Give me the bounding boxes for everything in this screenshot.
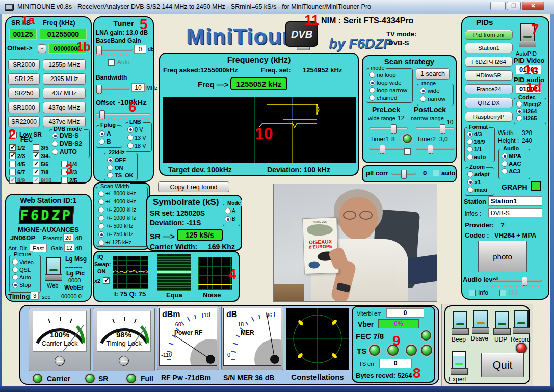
zoom-adapt-radio[interactable] — [467, 171, 473, 177]
picture-stop-radio[interactable] — [12, 282, 18, 288]
bandwidth-field[interactable]: 10 — [131, 83, 145, 92]
fec-checkbox[interactable] — [9, 169, 16, 175]
timing-field[interactable]: 3 — [31, 292, 39, 300]
baseband-gain-field[interactable]: 0 — [134, 45, 146, 54]
scanwidth-4000-radio[interactable] — [98, 199, 104, 205]
fplug-b-radio[interactable] — [99, 139, 105, 145]
scanwidth-500-radio[interactable] — [98, 223, 104, 229]
wide-range-slider[interactable] — [369, 127, 408, 129]
zoom-maxi-radio[interactable] — [467, 187, 473, 193]
photo-button[interactable]: photo — [478, 241, 527, 272]
sr-value-field[interactable]: 00125 — [9, 29, 37, 40]
pll-auto-checkbox[interactable] — [433, 170, 439, 176]
audio-ac3-radio[interactable] — [502, 168, 508, 174]
mode-loopnarrow-radio[interactable] — [369, 87, 375, 93]
x2-checkbox[interactable] — [103, 277, 110, 284]
preamp-field[interactable]: 20 — [63, 233, 73, 242]
22khz-off-radio[interactable] — [107, 157, 113, 163]
infos-field[interactable]: DVB-S — [488, 208, 542, 217]
sr-mode-b-radio[interactable] — [225, 216, 231, 222]
picture-auto-radio[interactable] — [12, 274, 18, 280]
iss-checkbox[interactable] — [499, 290, 506, 296]
pid-france24-button[interactable]: France24 — [465, 84, 513, 94]
freq-preset-button[interactable]: 437 MHz — [43, 88, 86, 99]
bandwidth-slider[interactable] — [96, 88, 129, 90]
mode-loopwide-radio[interactable] — [369, 80, 375, 86]
pid-station1-button[interactable]: Station1 — [465, 43, 513, 53]
pid-raspberry-button[interactable]: RaspberryP — [465, 112, 513, 122]
record-switch[interactable] — [513, 310, 530, 334]
sr-preset-button[interactable]: SR125 — [8, 73, 40, 85]
scanwidth-250-radio[interactable] — [98, 231, 104, 238]
22khz-on-radio[interactable] — [107, 165, 113, 171]
copy-freq-button[interactable]: Copy Freq found — [158, 181, 229, 192]
audio-aac-radio[interactable] — [502, 161, 508, 167]
zoom-x1-radio[interactable] — [467, 179, 473, 185]
tuner-offset-slider[interactable] — [96, 113, 151, 115]
range-wide-radio[interactable] — [420, 88, 426, 94]
format-auto-radio[interactable] — [467, 154, 473, 160]
graph-indicator[interactable] — [531, 181, 541, 191]
mode-chained-radio[interactable] — [369, 95, 375, 101]
sr-preset-button[interactable]: SR250 — [8, 88, 40, 99]
pid-from-ini-button[interactable]: Pid from .ini — [465, 30, 513, 40]
freq-preset-button[interactable]: 1255p MHz — [43, 59, 86, 70]
beep-switch[interactable] — [452, 311, 469, 335]
scanwidth-2000-radio[interactable] — [98, 207, 104, 213]
fec-checkbox[interactable] — [61, 177, 68, 184]
pll-corr-slider[interactable] — [391, 173, 416, 175]
dvb-s-radio[interactable] — [52, 133, 58, 139]
fec-checkbox[interactable] — [9, 177, 16, 184]
codec-mpeg2-radio[interactable] — [516, 101, 522, 107]
pid-f6dzp-button[interactable]: F6DZP-H264 — [465, 57, 513, 67]
22khz-tsok-radio[interactable] — [107, 172, 113, 178]
station-field[interactable]: Station1 — [488, 196, 542, 206]
gain-field[interactable]: 12 — [64, 244, 74, 252]
offset-minus-button[interactable]: - — [38, 44, 46, 53]
audio-level-slider[interactable] — [492, 280, 542, 282]
mode-noloop-radio[interactable] — [369, 72, 375, 78]
sr-preset-button[interactable]: SR1000 — [8, 102, 40, 113]
dvb-s2-radio[interactable] — [52, 141, 58, 147]
quit-button[interactable]: Quit — [481, 353, 524, 377]
format-169-radio[interactable] — [467, 139, 473, 145]
scanwidth-8000-radio[interactable] — [98, 191, 104, 197]
sr-preset-button[interactable]: SR2000 — [8, 59, 40, 70]
scanwidth-125-radio[interactable] — [98, 240, 104, 246]
codec-h264-radio[interactable] — [516, 108, 522, 114]
expert-switch[interactable] — [451, 351, 468, 375]
timer1-slider[interactable] — [369, 148, 408, 150]
fec-checkbox[interactable] — [33, 177, 39, 184]
codec-h265-radio[interactable] — [516, 115, 522, 121]
baseband-auto-checkbox[interactable] — [108, 59, 115, 66]
title-bar[interactable]: MINITIOUNE v0.8s - Receiver/Analyser DVB… — [0, 0, 554, 14]
slider-thumb[interactable] — [522, 277, 527, 286]
picture-video-radio[interactable] — [12, 259, 18, 265]
format-11-radio[interactable] — [467, 146, 473, 152]
freq-value-field[interactable]: 01255000 — [40, 29, 87, 40]
fec-checkbox[interactable] — [9, 152, 16, 159]
lnb-0v-radio[interactable] — [127, 126, 134, 133]
pid-hdlowsr-button[interactable]: HDlowSR — [465, 70, 513, 81]
sr-mode-a-radio[interactable] — [225, 208, 231, 214]
narrow-range-slider[interactable] — [416, 127, 455, 129]
freq-preset-button[interactable]: 2395 MHz — [43, 73, 86, 85]
maximize-button[interactable]: ❐ — [507, 2, 521, 10]
format-43-radio[interactable] — [467, 131, 473, 137]
range-narrow-radio[interactable] — [420, 96, 426, 102]
slider-thumb[interactable] — [401, 170, 407, 179]
picture-qsl-radio[interactable] — [12, 267, 18, 273]
fec-checkbox[interactable] — [9, 161, 16, 167]
scanwidth-1000-radio[interactable] — [98, 215, 104, 221]
dvb-auto-radio[interactable] — [52, 149, 58, 155]
lnb-18v-radio[interactable] — [127, 143, 134, 149]
fec-checkbox[interactable] — [33, 161, 39, 167]
sr-preset-button[interactable]: SR22000 — [8, 116, 40, 127]
scan-checkbox[interactable] — [404, 148, 411, 155]
info-checkbox[interactable] — [469, 290, 476, 296]
timer2-slider[interactable] — [416, 148, 455, 150]
fec-checkbox[interactable] — [33, 152, 39, 159]
udp-switch[interactable] — [493, 311, 511, 335]
dsave-switch[interactable] — [472, 310, 489, 334]
search-button[interactable]: 1 search — [416, 68, 450, 80]
